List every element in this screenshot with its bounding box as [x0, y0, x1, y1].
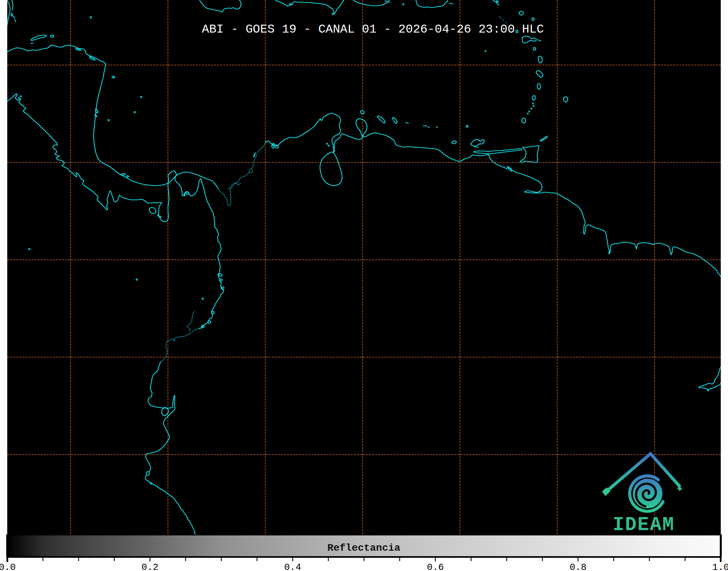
svg-text:0.4: 0.4 [284, 562, 301, 571]
svg-text:ABI - GOES 19 - CANAL 01 - 202: ABI - GOES 19 - CANAL 01 - 2026-04-26 23… [202, 22, 544, 36]
svg-text:0.2: 0.2 [142, 562, 159, 571]
svg-text:0.8: 0.8 [569, 562, 586, 571]
svg-text:1.0: 1.0 [712, 562, 728, 571]
svg-text:0.6: 0.6 [427, 562, 444, 571]
svg-text:IDEAM: IDEAM [613, 514, 675, 536]
svg-text:0.0: 0.0 [0, 562, 16, 571]
svg-text:Reflectancia: Reflectancia [327, 542, 400, 554]
